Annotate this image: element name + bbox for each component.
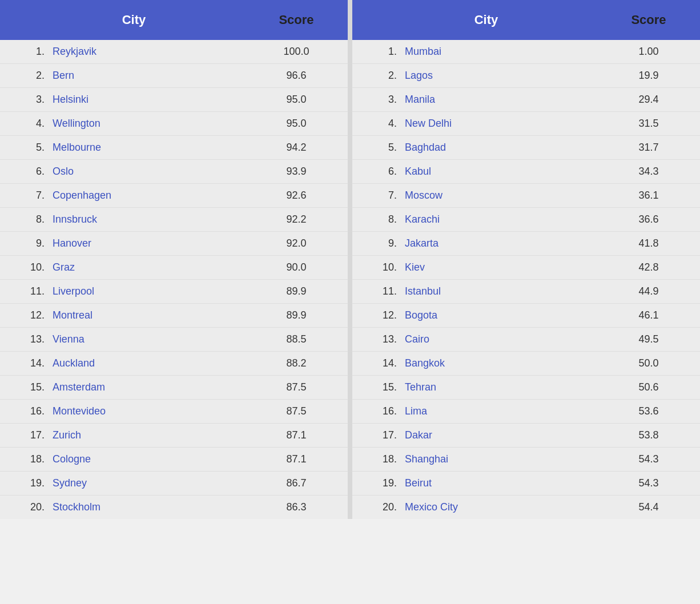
- city-cell: 8. Karachi: [352, 214, 609, 226]
- table-row: 1. Reykjavik 100.0: [0, 40, 348, 64]
- left-table-header: City Score: [0, 0, 348, 40]
- rank-label: 10.: [17, 261, 45, 273]
- city-name: Melbourne: [45, 142, 101, 154]
- page-wrapper: City Score 1. Reykjavik 100.0 2. Bern 96…: [0, 0, 700, 519]
- score-cell: 29.4: [609, 94, 700, 106]
- score-cell: 50.6: [609, 381, 700, 393]
- city-name: Helsinki: [45, 94, 88, 106]
- city-name: Dakar: [397, 429, 432, 441]
- rank-label: 2.: [369, 70, 397, 82]
- city-name: Zurich: [45, 429, 81, 441]
- score-cell: 96.6: [256, 70, 348, 82]
- city-name: Lima: [397, 405, 427, 417]
- table-row: 12. Bogota 46.1: [352, 304, 700, 328]
- score-cell: 49.5: [609, 333, 700, 345]
- city-cell: 9. Hanover: [0, 237, 256, 249]
- city-name: Shanghai: [397, 453, 448, 465]
- rank-label: 11.: [369, 285, 397, 297]
- city-name: Montreal: [45, 309, 92, 321]
- table-row: 20. Stockholm 86.3: [0, 496, 348, 519]
- city-cell: 11. Istanbul: [352, 285, 609, 297]
- city-name: Istanbul: [397, 285, 441, 297]
- rank-label: 17.: [17, 429, 45, 441]
- table-row: 10. Graz 90.0: [0, 256, 348, 280]
- rank-label: 17.: [369, 429, 397, 441]
- rank-label: 9.: [369, 237, 397, 249]
- table-row: 8. Karachi 36.6: [352, 208, 700, 232]
- city-cell: 5. Baghdad: [352, 142, 609, 154]
- table-row: 17. Dakar 53.8: [352, 424, 700, 448]
- table-row: 15. Amsterdam 87.5: [0, 376, 348, 400]
- rank-label: 20.: [369, 501, 397, 513]
- city-name: Baghdad: [397, 142, 446, 154]
- score-cell: 53.6: [609, 405, 700, 417]
- score-cell: 87.1: [256, 453, 348, 465]
- city-name: Beirut: [397, 477, 432, 489]
- score-cell: 89.9: [256, 309, 348, 321]
- city-name: Jakarta: [397, 237, 438, 249]
- table-row: 7. Moscow 36.1: [352, 184, 700, 208]
- score-cell: 95.0: [256, 94, 348, 106]
- score-cell: 89.9: [256, 285, 348, 297]
- city-cell: 2. Lagos: [352, 70, 609, 82]
- table-row: 3. Manila 29.4: [352, 88, 700, 112]
- city-cell: 20. Mexico City: [352, 501, 609, 513]
- city-cell: 8. Innsbruck: [0, 214, 256, 226]
- table-row: 16. Lima 53.6: [352, 400, 700, 424]
- city-cell: 13. Vienna: [0, 333, 256, 345]
- rank-label: 1.: [17, 46, 45, 58]
- score-cell: 54.3: [609, 453, 700, 465]
- score-cell: 44.9: [609, 285, 700, 297]
- left-city-header: City: [0, 13, 256, 27]
- city-name: Bangkok: [397, 357, 445, 369]
- right-city-header: City: [352, 13, 609, 27]
- city-cell: 6. Kabul: [352, 166, 609, 178]
- table-row: 19. Beirut 54.3: [352, 472, 700, 496]
- table-row: 20. Mexico City 54.4: [352, 496, 700, 519]
- city-cell: 7. Copenhagen: [0, 190, 256, 202]
- city-name: Lagos: [397, 70, 433, 82]
- city-cell: 17. Dakar: [352, 429, 609, 441]
- city-name: Mexico City: [397, 501, 458, 513]
- score-cell: 54.4: [609, 501, 700, 513]
- city-cell: 18. Shanghai: [352, 453, 609, 465]
- rank-label: 18.: [17, 453, 45, 465]
- left-table: City Score 1. Reykjavik 100.0 2. Bern 96…: [0, 0, 348, 519]
- right-score-header: Score: [609, 13, 700, 27]
- rank-label: 14.: [369, 357, 397, 369]
- city-name: Tehran: [397, 381, 436, 393]
- city-cell: 19. Beirut: [352, 477, 609, 489]
- city-cell: 1. Mumbai: [352, 46, 609, 58]
- table-row: 7. Copenhagen 92.6: [0, 184, 348, 208]
- rank-label: 7.: [17, 190, 45, 202]
- city-name: Mumbai: [397, 46, 441, 58]
- left-table-body: 1. Reykjavik 100.0 2. Bern 96.6 3. Helsi…: [0, 40, 348, 519]
- city-name: Montevideo: [45, 405, 106, 417]
- city-cell: 10. Graz: [0, 261, 256, 273]
- table-row: 2. Bern 96.6: [0, 64, 348, 88]
- city-name: Manila: [397, 94, 435, 106]
- table-row: 13. Cairo 49.5: [352, 328, 700, 352]
- city-cell: 13. Cairo: [352, 333, 609, 345]
- score-cell: 93.9: [256, 166, 348, 178]
- table-row: 15. Tehran 50.6: [352, 376, 700, 400]
- city-cell: 12. Bogota: [352, 309, 609, 321]
- table-row: 13. Vienna 88.5: [0, 328, 348, 352]
- city-name: Copenhagen: [45, 190, 111, 202]
- city-name: Sydney: [45, 477, 87, 489]
- score-cell: 86.3: [256, 501, 348, 513]
- city-name: Cologne: [45, 453, 91, 465]
- city-name: Cairo: [397, 333, 429, 345]
- city-cell: 14. Auckland: [0, 357, 256, 369]
- rank-label: 13.: [369, 333, 397, 345]
- city-cell: 5. Melbourne: [0, 142, 256, 154]
- score-cell: 87.1: [256, 429, 348, 441]
- city-name: Liverpool: [45, 285, 94, 297]
- city-name: Stockholm: [45, 501, 100, 513]
- rank-label: 18.: [369, 453, 397, 465]
- right-table-body: 1. Mumbai 1.00 2. Lagos 19.9 3. Manila 2…: [352, 40, 700, 519]
- rank-label: 1.: [369, 46, 397, 58]
- city-cell: 15. Tehran: [352, 381, 609, 393]
- rank-label: 7.: [369, 190, 397, 202]
- rank-label: 2.: [17, 70, 45, 82]
